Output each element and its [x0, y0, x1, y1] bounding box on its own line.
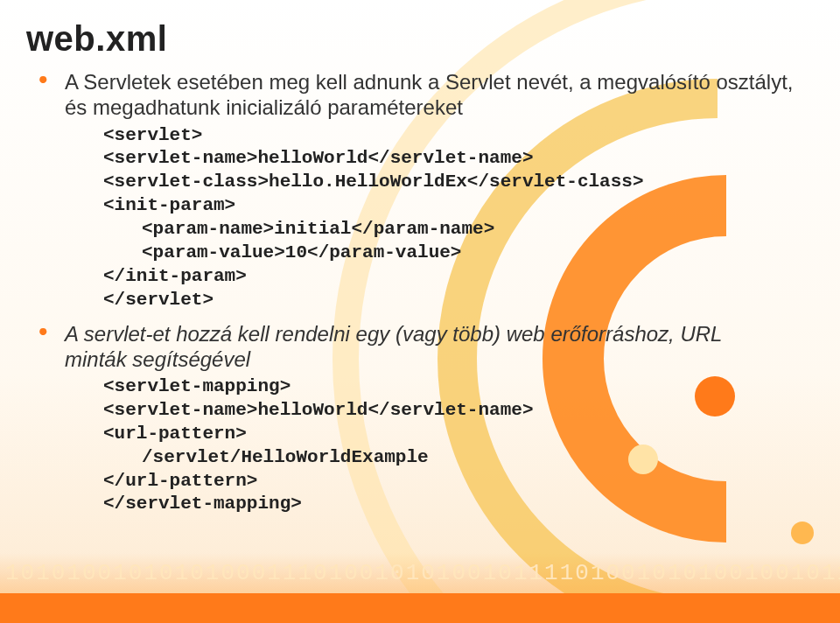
bullet-item: A Servletek esetében meg kell adnunk a S…: [32, 69, 796, 312]
bullet-text-line: A servlet-et hozzá kell rendelni egy (va…: [65, 322, 722, 346]
code-line: <param-value>10</param-value>: [65, 242, 796, 265]
code-line: <servlet-name>helloWorld</servlet-name>: [65, 399, 796, 423]
code-line: <url-pattern>: [65, 423, 796, 446]
code-line: <servlet-name>helloWorld</servlet-name>: [65, 147, 796, 171]
code-line: <param-name>initial</param-name>: [65, 218, 796, 242]
slide-content: web.xml A Servletek esetében meg kell ad…: [0, 0, 840, 516]
code-line: </servlet-mapping>: [65, 493, 796, 516]
code-line: <servlet-class>hello.HelloWorldEx</servl…: [65, 171, 796, 194]
decor-binary-strip: 1010100101010100011101001010100101111010…: [0, 553, 840, 593]
code-block: <servlet> <servlet-name>helloWorld</serv…: [65, 124, 796, 312]
bullet-text-line: minták segítségével: [65, 347, 250, 371]
code-line: <servlet>: [65, 124, 796, 148]
bullet-text: A servlet-et hozzá kell rendelni egy (va…: [65, 321, 796, 373]
code-line: /servlet/HelloWorldExample: [65, 446, 796, 470]
bullet-text: A Servletek esetében meg kell adnunk a S…: [65, 69, 796, 121]
slide: web.xml A Servletek esetében meg kell ad…: [0, 0, 840, 623]
code-line: <servlet-mapping>: [65, 375, 796, 399]
code-line: </servlet>: [65, 289, 796, 312]
bullet-item: A servlet-et hozzá kell rendelni egy (va…: [32, 321, 796, 517]
code-block: <servlet-mapping> <servlet-name>helloWor…: [65, 375, 796, 516]
bullet-list: A Servletek esetében meg kell adnunk a S…: [26, 69, 796, 516]
code-line: <init-param>: [65, 194, 796, 218]
decor-bottom-band: [0, 593, 840, 623]
code-line: </init-param>: [65, 265, 796, 289]
slide-title: web.xml: [26, 19, 796, 59]
code-line: </url-pattern>: [65, 470, 796, 494]
decor-dot: [791, 522, 814, 544]
